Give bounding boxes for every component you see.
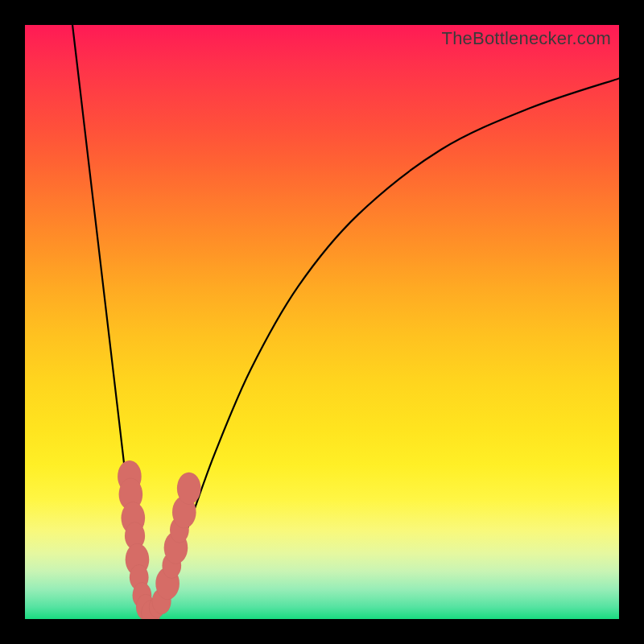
marker-group (118, 460, 200, 619)
data-marker (177, 473, 201, 505)
curve-right (150, 78, 619, 619)
curve-layer (25, 25, 619, 619)
chart-frame: TheBottlenecker.com (0, 0, 644, 644)
plot-area: TheBottlenecker.com (25, 25, 619, 619)
